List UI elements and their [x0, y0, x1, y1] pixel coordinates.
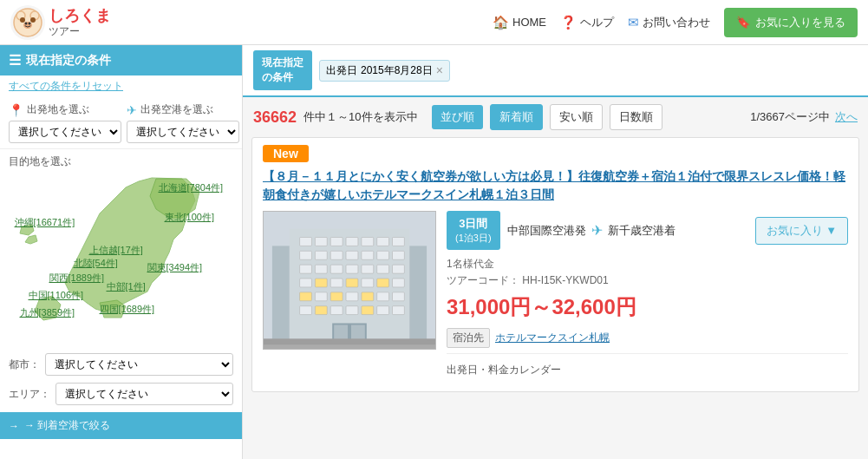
page-info: 1/3667ページ中 次へ [750, 109, 858, 125]
svg-rect-48 [315, 306, 327, 315]
area-row: エリア： 選択してください [0, 379, 242, 409]
svg-rect-26 [300, 265, 312, 273]
svg-rect-43 [346, 292, 358, 301]
svg-rect-15 [346, 238, 358, 246]
days-text: 3日間 [455, 216, 492, 232]
svg-rect-40 [300, 292, 312, 301]
main-layout: ☰ 現在指定の条件 すべての条件をリセット 📍 出発地を選ぶ 選択してください [0, 45, 868, 459]
arrival-airport: 新千歳空港着 [608, 223, 675, 239]
mail-icon: ✉ [628, 15, 639, 30]
logo-text: しろくま ツアー [49, 7, 111, 38]
svg-point-5 [23, 22, 32, 29]
airport-select[interactable]: 選択してください [127, 121, 239, 143]
price-value: 31,000円～32,600円 [447, 295, 636, 318]
plane-icon: ✈ [591, 222, 603, 239]
region-shikoku[interactable]: 四国[1689件] [100, 303, 155, 316]
hotel-name-link[interactable]: ホテルマークスイン札幌 [495, 331, 610, 345]
airport-label: ✈ 出発空港を選ぶ [127, 102, 239, 117]
region-okinawa[interactable]: 沖縄[16671件] [15, 216, 75, 229]
svg-rect-52 [377, 306, 389, 315]
area-select[interactable]: 選択してください [55, 383, 233, 405]
region-kansai[interactable]: 関西[1889件] [49, 272, 105, 285]
svg-point-7 [29, 22, 31, 24]
sidebar-title: 現在指定の条件 [26, 53, 111, 69]
departure-date-label: 出発日 [326, 63, 357, 78]
filter-icon: ☰ [9, 52, 21, 69]
svg-rect-14 [330, 238, 343, 246]
svg-rect-35 [330, 279, 343, 287]
hotel-label: 宿泊先 [447, 328, 490, 348]
departure-date-value: 2015年8月28日 [361, 63, 433, 78]
add-favorite-button[interactable]: お気に入り ▼ [755, 217, 848, 245]
region-joshinetsu[interactable]: 上信越[17件] [89, 244, 143, 257]
next-page-link[interactable]: 次へ [835, 109, 858, 125]
svg-rect-58 [264, 344, 435, 349]
tour-code-value: HH-I15K-YKWD01 [522, 274, 608, 286]
conditions-bar: 現在指定の条件 出発日 2015年8月28日 × [243, 45, 868, 97]
svg-rect-17 [377, 238, 389, 246]
origin-row: 📍 出発地を選ぶ 選択してください ✈ 出発空港を選ぶ 選択してください [9, 102, 233, 143]
svg-rect-30 [362, 265, 374, 273]
region-kyushu[interactable]: 九州[3859件] [20, 306, 75, 319]
help-nav-item[interactable]: ❓ ヘルプ [560, 15, 614, 30]
city-select[interactable]: 選択してください [45, 353, 233, 376]
fav-label: お気に入り ▼ [767, 223, 837, 239]
departure-date-tag: 出発日 2015年8月28日 × [319, 60, 450, 82]
flight-icon: ✈ [127, 103, 137, 117]
dest-title: 目的地を選ぶ [9, 154, 233, 169]
japan-map: 北海道[7804件] 沖縄[16671件] 東北[100件] 上信越[17件] … [13, 174, 230, 348]
region-chubu[interactable]: 中部[1件] [107, 280, 146, 293]
city-label: 都市： [9, 357, 40, 372]
home-nav-item[interactable]: 🏠 HOME [493, 15, 546, 30]
days-sub-text: (1泊3日) [455, 232, 492, 245]
svg-rect-37 [362, 279, 374, 287]
results-bar: 36662 件中１～10件を表示中 並び順 新着順 安い順 日数順 1/3667… [243, 97, 868, 137]
sort-days-button[interactable]: 日数順 [610, 104, 662, 130]
calendar-link[interactable]: 出発日・料金カレンダー [447, 359, 848, 381]
region-kanto[interactable]: 関東[3494件] [147, 261, 203, 274]
svg-point-3 [20, 17, 25, 23]
region-hokkaido[interactable]: 北海道[7804件] [159, 181, 224, 194]
favorites-button[interactable]: 🔖 お気に入りを見る [724, 8, 858, 37]
remove-condition-button[interactable]: × [436, 64, 443, 76]
person-price-row: 1名様代金 [447, 257, 848, 272]
hotel-row: 宿泊先 ホテルマークスイン札幌 [447, 328, 848, 348]
reset-conditions-link[interactable]: すべての条件をリセット [0, 75, 242, 97]
svg-rect-47 [300, 306, 312, 315]
tour-title[interactable]: 【８月－１１月とにかく安く航空券が欲しい方は必見！】往復航空券＋宿泊１泊付で限界… [263, 167, 848, 204]
svg-rect-41 [315, 292, 327, 301]
svg-point-6 [25, 22, 28, 24]
origin-select[interactable]: 選択してください [9, 121, 121, 143]
svg-rect-34 [315, 279, 327, 287]
region-tohoku[interactable]: 東北[100件] [165, 211, 214, 224]
city-row: 都市： 選択してください [0, 350, 242, 379]
contact-nav-label: お問い合わせ [643, 15, 710, 30]
origin-col: 📍 出発地を選ぶ 選択してください [9, 102, 121, 143]
sort-cheap-button[interactable]: 安い順 [550, 104, 603, 130]
tour-body: 3日間 (1泊3日) 中部国際空港発 ✈ 新千歳空港着 お気に入り ▼ [252, 211, 858, 391]
airport-filter-button[interactable]: → → 到着空港で絞る [0, 412, 242, 439]
origin-section: 📍 出発地を選ぶ 選択してください ✈ 出発空港を選ぶ 選択してください [0, 97, 242, 149]
contact-nav-item[interactable]: ✉ お問い合わせ [628, 15, 710, 30]
svg-rect-51 [362, 306, 374, 315]
sort-newest-button[interactable]: 新着順 [490, 104, 543, 130]
logo-area: しろくま ツアー [10, 5, 111, 40]
region-chugoku[interactable]: 中国[1106件] [29, 289, 84, 302]
svg-rect-36 [346, 279, 358, 287]
content-area: 現在指定の条件 出発日 2015年8月28日 × 36662 件中１～10件を表… [243, 45, 868, 459]
svg-rect-18 [393, 238, 405, 246]
header: しろくま ツアー 🏠 HOME ❓ ヘルプ ✉ お問い合わせ 🔖 お気に入りを見… [0, 0, 868, 45]
airport-col: ✈ 出発空港を選ぶ 選択してください [127, 102, 239, 143]
svg-rect-28 [330, 265, 343, 273]
svg-rect-27 [315, 265, 327, 273]
svg-rect-29 [346, 265, 358, 273]
logo-bear-icon [10, 5, 45, 40]
brand-name: しろくま [49, 7, 111, 26]
svg-rect-39 [393, 279, 405, 287]
airport-filter-label: → 到着空港で絞る [24, 418, 110, 433]
days-badge: 3日間 (1泊3日) [447, 211, 500, 250]
tour-image [263, 211, 436, 350]
svg-rect-19 [300, 251, 312, 259]
region-hokuriku[interactable]: 北陸[54件] [74, 257, 118, 270]
fav-button-label: お気に入りを見る [755, 15, 845, 30]
